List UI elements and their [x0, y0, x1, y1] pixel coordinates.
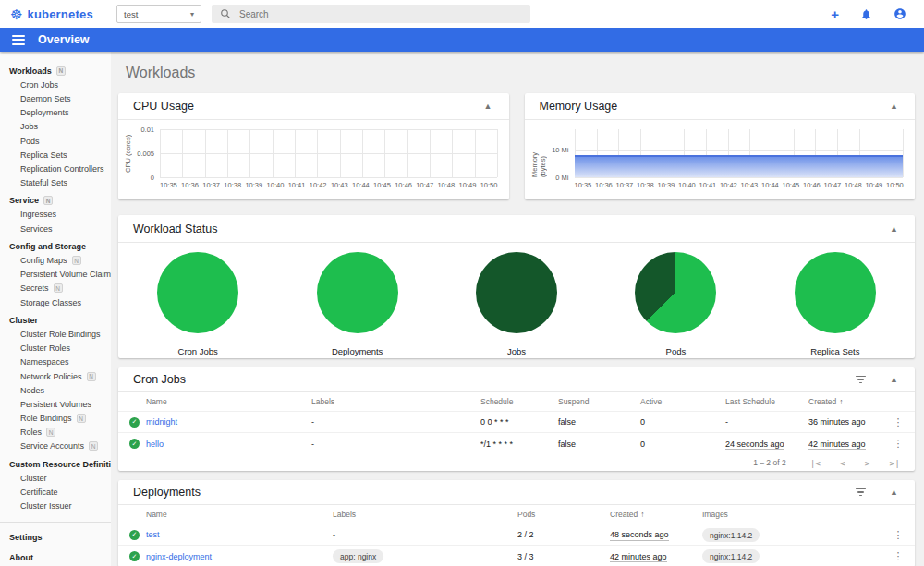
row-menu-kebab-icon[interactable]: ⋮ [881, 438, 915, 450]
sidebar-item-label: Stateful Sets [20, 178, 67, 187]
sidebar-item-label: Service [9, 196, 39, 205]
cpu-y-axis-label: CPU (cores) [124, 129, 132, 177]
sidebar-item[interactable]: Network Policies N [0, 369, 111, 383]
sidebar-item[interactable]: Service N [0, 194, 111, 208]
cpu-card-title: CPU Usage [133, 100, 482, 113]
filter-icon[interactable] [854, 487, 868, 498]
memory-y-axis-label: Memory (bytes) [530, 129, 547, 177]
sidebar-item-label: About [9, 553, 33, 562]
create-resource-button[interactable]: + [831, 7, 839, 21]
sidebar-item[interactable] [0, 522, 111, 523]
col-active[interactable]: Active [640, 397, 725, 406]
cronjob-name-link[interactable]: hello [146, 440, 311, 449]
collapse-caret-icon[interactable]: ▲ [888, 373, 900, 386]
row-menu-kebab-icon[interactable]: ⋮ [881, 416, 915, 428]
col-pods[interactable]: Pods [517, 510, 610, 519]
last-page-icon[interactable]: >| [890, 458, 900, 468]
sidebar-item[interactable]: Ingresses [0, 208, 111, 222]
sidebar-item-label: Cluster Roles [20, 343, 70, 353]
sidebar-item[interactable]: Replica Sets [0, 148, 111, 162]
sidebar-item-label: Network Policies [20, 372, 82, 381]
sidebar-item[interactable]: Roles N [0, 426, 111, 440]
cell-labels: app: nginx [333, 552, 517, 561]
deployment-name-link[interactable]: nginx-deployment [146, 552, 333, 561]
col-created[interactable]: Created↑ [808, 397, 881, 406]
sidebar-item[interactable]: Jobs [0, 120, 111, 134]
sidebar-item[interactable]: Config and Storage [0, 239, 111, 253]
sidebar-item[interactable]: Cluster [0, 471, 111, 485]
namespace-selector[interactable]: test ▾ [116, 5, 201, 23]
first-page-icon[interactable]: |< [810, 458, 821, 468]
search-input[interactable] [239, 9, 522, 19]
sidebar-item[interactable]: Namespaces [0, 355, 111, 369]
notifications-bell-icon[interactable] [860, 8, 872, 20]
sidebar-item[interactable]: Cluster Issuer [0, 500, 111, 513]
collapse-caret-icon[interactable]: ▲ [888, 223, 900, 235]
sidebar-item[interactable]: Daemon Sets [0, 91, 111, 105]
pie-chart [795, 252, 876, 333]
collapse-caret-icon[interactable]: ▲ [888, 486, 900, 499]
col-name[interactable]: Name [146, 510, 333, 519]
sidebar-item[interactable]: Role Bindings N [0, 412, 111, 426]
sidebar-item[interactable]: Workloads N [0, 64, 111, 78]
row-menu-kebab-icon[interactable]: ⋮ [881, 550, 915, 562]
pie-chart [157, 252, 238, 333]
sidebar-item[interactable]: Stateful Sets [0, 176, 111, 190]
cronjob-name-link[interactable]: midnight [146, 417, 311, 427]
search-bar[interactable] [212, 5, 530, 23]
deployments-card: Deployments ▲ Name Labels Pods Created↑ … [118, 480, 915, 566]
cell-suspend: false [558, 417, 640, 427]
sidebar-item[interactable]: About [0, 550, 111, 564]
sidebar-item[interactable]: Service Accounts N [0, 440, 111, 453]
status-ok-icon: ✓ [129, 417, 140, 428]
sidebar-item[interactable]: Pods [0, 134, 111, 148]
sidebar-item[interactable]: Config Maps N [0, 253, 111, 267]
memory-y-ticks: 10 Mi0 Mi [547, 129, 575, 177]
col-labels[interactable]: Labels [333, 510, 517, 519]
sidebar-item[interactable]: Replication Controllers [0, 162, 111, 175]
sidebar-item[interactable]: Services [0, 222, 111, 235]
cpu-x-ticks: 10:3510:3610:3710:3810:3910:4010:4110:42… [160, 177, 498, 189]
sidebar-item[interactable]: Custom Resource Definitions [0, 457, 111, 471]
sidebar-item-label: Config Maps [20, 256, 67, 265]
menu-hamburger-icon[interactable] [12, 35, 25, 45]
sidebar-item[interactable]: Cluster [0, 313, 111, 327]
sidebar-item[interactable]: Cluster Roles [0, 342, 111, 355]
user-account-icon[interactable] [894, 7, 906, 20]
workload-status-title: Workload Status [133, 223, 888, 235]
cell-active: 0 [640, 440, 725, 449]
filter-icon[interactable] [854, 374, 868, 385]
sidebar-item[interactable]: Storage Classes [0, 295, 111, 309]
col-suspend[interactable]: Suspend [558, 397, 640, 406]
deployment-name-link[interactable]: test [146, 530, 333, 539]
col-schedule[interactable]: Schedule [480, 397, 558, 406]
col-last-schedule[interactable]: Last Schedule [725, 397, 808, 406]
logo-text: kubernetes [27, 7, 92, 21]
col-labels[interactable]: Labels [311, 397, 480, 406]
kubernetes-logo[interactable]: ☸ kubernetes [0, 7, 109, 21]
sidebar-item[interactable]: Cluster Role Bindings [0, 327, 111, 341]
sidebar-item[interactable]: Secrets N [0, 282, 111, 295]
col-images[interactable]: Images [702, 510, 881, 519]
sidebar-item-label: Secrets [20, 283, 49, 293]
collapse-caret-icon[interactable]: ▲ [482, 100, 494, 113]
sidebar-item-label: Service Accounts [20, 441, 84, 451]
sidebar-item-label: Certificate [20, 488, 58, 497]
next-page-icon[interactable]: > [865, 458, 870, 468]
sidebar-item[interactable]: Persistent Volume Claims N [0, 268, 111, 282]
sidebar-item[interactable]: Persistent Volumes [0, 397, 111, 411]
sidebar-item[interactable]: Certificate [0, 485, 111, 499]
row-menu-kebab-icon[interactable]: ⋮ [881, 529, 915, 541]
sidebar-item[interactable]: Deployments [0, 106, 111, 120]
cell-pods: 2 / 2 [517, 530, 610, 539]
collapse-caret-icon[interactable]: ▲ [888, 100, 900, 113]
sidebar-item[interactable]: Settings [0, 531, 111, 545]
sidebar-item[interactable]: Nodes [0, 383, 111, 397]
col-name[interactable]: Name [146, 397, 311, 406]
prev-page-icon[interactable]: < [840, 458, 845, 468]
deployments-table-body: ✓ test - 2 / 2 48 seconds ago nginx:1.14… [118, 524, 915, 566]
memory-plot-area [575, 129, 905, 177]
namespaced-badge: N [46, 428, 55, 437]
col-created[interactable]: Created↑ [610, 510, 702, 519]
sidebar-item[interactable]: Cron Jobs [0, 78, 111, 91]
